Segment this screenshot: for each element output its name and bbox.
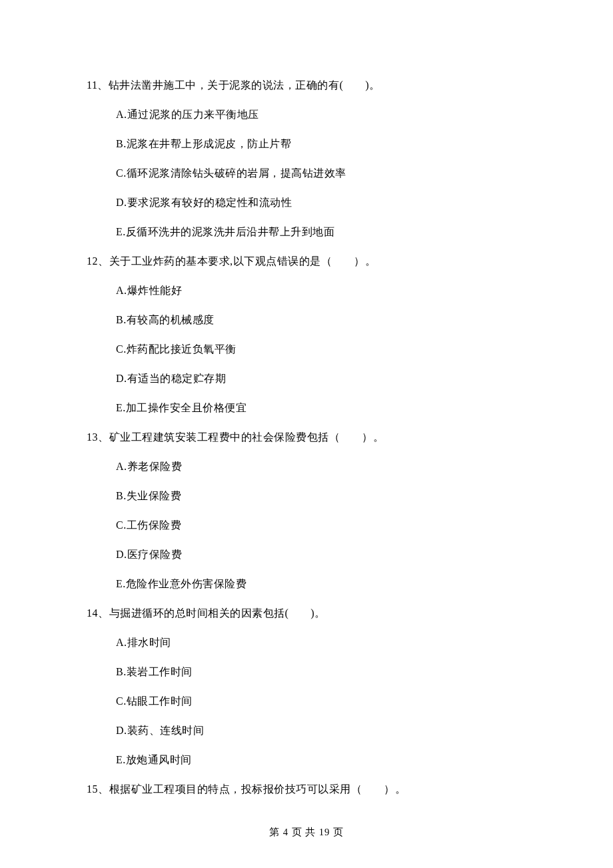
- question-stem: 12、关于工业炸药的基本要求,以下观点错误的是（ ）。: [87, 253, 526, 270]
- option-c: C.炸药配比接近负氧平衡: [116, 341, 526, 358]
- option-b: B.失业保险费: [116, 487, 526, 505]
- option-e: E.加工操作安全且价格便宜: [116, 399, 526, 417]
- option-e: E.反循环洗井的泥浆洗井后沿井帮上升到地面: [116, 223, 526, 241]
- page-footer: 第 4 页 共 19 页: [0, 826, 613, 839]
- question-stem: 15、根据矿业工程项目的特点，投标报价技巧可以采用（ ）。: [87, 781, 526, 798]
- question-14: 14、与掘进循环的总时间相关的因素包括( )。 A.排水时间 B.装岩工作时间 …: [87, 605, 526, 769]
- options-list: A.排水时间 B.装岩工作时间 C.钻眼工作时间 D.装药、连线时间 E.放炮通…: [87, 634, 526, 769]
- question-number: 14、: [87, 607, 109, 619]
- question-15: 15、根据矿业工程项目的特点，投标报价技巧可以采用（ ）。: [87, 781, 526, 798]
- option-a: A.养老保险费: [116, 458, 526, 475]
- question-text: 钻井法凿井施工中，关于泥浆的说法，正确的有( )。: [109, 79, 380, 91]
- question-number: 11、: [87, 79, 109, 91]
- option-b: B.泥浆在井帮上形成泥皮，防止片帮: [116, 135, 526, 153]
- option-d: D.医疗保险费: [116, 546, 526, 563]
- question-text: 关于工业炸药的基本要求,以下观点错误的是（ ）。: [109, 255, 376, 267]
- option-c: C.钻眼工作时间: [116, 693, 526, 710]
- option-e: E.放炮通风时间: [116, 751, 526, 769]
- document-page: 11、钻井法凿井施工中，关于泥浆的说法，正确的有( )。 A.通过泥浆的压力来平…: [0, 0, 613, 868]
- option-c: C.工伤保险费: [116, 517, 526, 534]
- question-13: 13、矿业工程建筑安装工程费中的社会保险费包括（ ）。 A.养老保险费 B.失业…: [87, 429, 526, 593]
- option-b: B.有较高的机械感度: [116, 311, 526, 329]
- option-a: A.爆炸性能好: [116, 282, 526, 299]
- question-11: 11、钻井法凿井施工中，关于泥浆的说法，正确的有( )。 A.通过泥浆的压力来平…: [87, 77, 526, 241]
- question-12: 12、关于工业炸药的基本要求,以下观点错误的是（ ）。 A.爆炸性能好 B.有较…: [87, 253, 526, 417]
- question-text: 矿业工程建筑安装工程费中的社会保险费包括（ ）。: [109, 431, 384, 443]
- question-stem: 14、与掘进循环的总时间相关的因素包括( )。: [87, 605, 526, 622]
- question-stem: 13、矿业工程建筑安装工程费中的社会保险费包括（ ）。: [87, 429, 526, 446]
- options-list: A.养老保险费 B.失业保险费 C.工伤保险费 D.医疗保险费 E.危险作业意外…: [87, 458, 526, 593]
- option-d: D.有适当的稳定贮存期: [116, 370, 526, 387]
- options-list: A.爆炸性能好 B.有较高的机械感度 C.炸药配比接近负氧平衡 D.有适当的稳定…: [87, 282, 526, 417]
- option-a: A.通过泥浆的压力来平衡地压: [116, 106, 526, 123]
- options-list: A.通过泥浆的压力来平衡地压 B.泥浆在井帮上形成泥皮，防止片帮 C.循环泥浆清…: [87, 106, 526, 241]
- question-number: 12、: [87, 255, 109, 267]
- option-e: E.危险作业意外伤害保险费: [116, 575, 526, 593]
- question-number: 13、: [87, 431, 109, 443]
- question-number: 15、: [87, 783, 109, 795]
- question-text: 与掘进循环的总时间相关的因素包括( )。: [109, 607, 326, 619]
- question-stem: 11、钻井法凿井施工中，关于泥浆的说法，正确的有( )。: [87, 77, 526, 94]
- option-a: A.排水时间: [116, 634, 526, 651]
- option-c: C.循环泥浆清除钻头破碎的岩屑，提高钻进效率: [116, 165, 526, 182]
- option-b: B.装岩工作时间: [116, 663, 526, 681]
- option-d: D.要求泥浆有较好的稳定性和流动性: [116, 194, 526, 211]
- question-text: 根据矿业工程项目的特点，投标报价技巧可以采用（ ）。: [109, 783, 406, 795]
- option-d: D.装药、连线时间: [116, 722, 526, 739]
